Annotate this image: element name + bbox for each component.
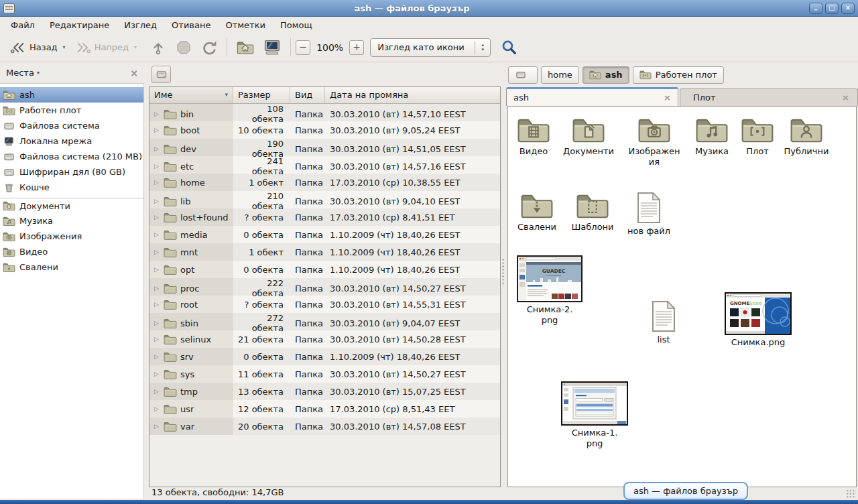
expander-icon[interactable]: ▷	[153, 163, 160, 170]
table-row[interactable]: ▷ srv 0 обекта Папка 1.10.2009 (чт) 18,4…	[149, 348, 500, 365]
file-item[interactable]: Публични	[778, 116, 835, 157]
places-item[interactable]: Видео	[0, 244, 143, 259]
search-button[interactable]	[499, 37, 519, 58]
expander-icon[interactable]: ▷	[153, 285, 160, 292]
file-item[interactable]: Документи	[560, 116, 617, 157]
menu-item[interactable]: Файл	[3, 18, 42, 32]
breadcrumb-button[interactable]: home	[541, 66, 579, 84]
table-row[interactable]: ▷ boot 10 обекта Папка 30.03.2010 (вт) 9…	[149, 121, 500, 139]
table-row[interactable]: ▷ var 20 обекта Папка 30.03.2010 (вт) 14…	[149, 418, 500, 435]
table-row[interactable]: ▷ home 1 обект Папка 17.03.2010 (ср) 10,…	[149, 174, 500, 191]
table-row[interactable]: ▷ sys 11 обекта Папка 30.03.2010 (вт) 14…	[149, 365, 500, 383]
file-item[interactable]: Шаблони	[564, 192, 621, 233]
tab-close-icon[interactable]: ×	[842, 92, 849, 103]
file-item[interactable]: list	[635, 300, 692, 345]
table-row[interactable]: ▷ opt 0 обекта Папка 1.10.2009 (чт) 18,4…	[149, 261, 500, 278]
table-row[interactable]: ▷ sbin 272 обекта Папка 30.03.2010 (вт) …	[149, 313, 500, 330]
zoom-out-button[interactable]: −	[296, 40, 310, 55]
breadcrumb-button[interactable]	[508, 66, 538, 84]
expander-icon[interactable]: ▷	[153, 423, 160, 430]
tab-plot[interactable]: Плот ×	[680, 88, 858, 106]
places-title[interactable]: Места	[6, 68, 34, 78]
expander-icon[interactable]: ▷	[153, 214, 160, 220]
places-item[interactable]: Файлова система	[0, 118, 143, 133]
places-item[interactable]: Документи	[0, 198, 143, 213]
tab-close-icon[interactable]: ×	[664, 92, 671, 103]
expander-icon[interactable]: ▷	[153, 127, 160, 133]
table-row[interactable]: ▷ root ? обекта Папка 30.03.2010 (вт) 14…	[149, 296, 500, 313]
forward-button[interactable]: Напред ▾	[70, 38, 142, 58]
places-item[interactable]: Музика	[0, 213, 143, 229]
column-header-name[interactable]: Име ▾	[149, 87, 233, 103]
column-header-type[interactable]: Вид	[290, 87, 325, 103]
table-row[interactable]: ▷ lib 210 обекта Папка 30.03.2010 (вт) 9…	[149, 191, 500, 208]
places-item[interactable]: Локална мрежа	[0, 133, 143, 149]
column-header-size[interactable]: Размер	[233, 87, 290, 103]
expander-icon[interactable]: ▷	[153, 336, 160, 342]
file-item[interactable]: нов файл	[620, 192, 678, 237]
tab-ash[interactable]: ash ×	[506, 87, 678, 106]
up-button[interactable]	[145, 37, 171, 58]
breadcrumb-button[interactable]: Работен плот	[633, 66, 724, 84]
resize-grip[interactable]	[846, 489, 856, 498]
stop-button[interactable]	[171, 37, 196, 58]
menu-item[interactable]: Помощ	[273, 18, 320, 32]
expander-icon[interactable]: ▷	[153, 198, 160, 204]
expander-icon[interactable]: ▷	[153, 353, 160, 360]
expander-icon[interactable]: ▷	[153, 388, 160, 395]
table-row[interactable]: ▷ dev 190 обекта Папка 30.03.2010 (вт) 1…	[149, 139, 500, 156]
computer-button[interactable]	[259, 37, 286, 58]
table-row[interactable]: ▷ usr 12 обекта Папка 17.03.2010 (ср) 8,…	[149, 400, 500, 418]
view-mode-select[interactable]: Изглед като икони ▴▾	[370, 38, 491, 57]
expander-icon[interactable]: ▷	[153, 371, 160, 377]
reload-button[interactable]	[196, 37, 222, 58]
table-row[interactable]: ▷ proc 222 обекта Папка 30.03.2010 (вт) …	[149, 278, 500, 296]
home-button[interactable]	[232, 38, 259, 58]
expander-icon[interactable]: ▷	[153, 266, 160, 273]
zoom-in-button[interactable]: +	[349, 40, 364, 55]
close-button[interactable]: ×	[841, 3, 855, 14]
maximize-button[interactable]: □	[825, 3, 839, 14]
menu-item[interactable]: Отиване	[164, 18, 218, 32]
menu-item[interactable]: Отметки	[218, 18, 272, 32]
places-item[interactable]: ash	[0, 87, 143, 103]
expander-icon[interactable]: ▷	[153, 320, 160, 326]
pane-splitter-handle[interactable]	[501, 258, 505, 286]
places-item[interactable]: Изображения	[0, 229, 143, 244]
places-item[interactable]: Кошче	[0, 180, 143, 195]
file-item[interactable]: Снимка-1. png	[560, 381, 629, 449]
places-close-button[interactable]: ×	[130, 68, 138, 78]
file-item[interactable]: Свалени	[508, 192, 566, 233]
breadcrumb-button[interactable]: ash	[583, 66, 629, 84]
places-item[interactable]: Свалени	[0, 259, 143, 275]
expander-icon[interactable]: ▷	[153, 249, 160, 255]
expander-icon[interactable]: ▷	[153, 405, 160, 412]
table-row[interactable]: ▷ etc 241 обекта Папка 30.03.2010 (вт) 1…	[149, 156, 500, 174]
file-item[interactable]: Снимка.png	[723, 292, 793, 348]
places-item[interactable]: Файлова система (210 MB)	[0, 149, 143, 164]
back-dropdown-icon[interactable]: ▾	[63, 44, 66, 50]
expander-icon[interactable]: ▷	[153, 231, 160, 238]
expander-icon[interactable]: ▷	[153, 145, 160, 152]
column-header-date[interactable]: Дата на промяна	[325, 87, 500, 103]
minimize-button[interactable]: –	[809, 3, 822, 14]
forward-dropdown-icon[interactable]: ▾	[134, 44, 137, 50]
menu-item[interactable]: Редактиране	[42, 18, 117, 32]
table-row[interactable]: ▷ selinux 21 обекта Папка 30.03.2010 (вт…	[149, 330, 500, 348]
table-row[interactable]: ▷ mnt 1 обект Папка 1.10.2009 (чт) 18,40…	[149, 243, 500, 261]
menu-item[interactable]: Изглед	[117, 18, 164, 32]
file-item[interactable]: Снимка-2. png	[515, 255, 585, 326]
root-location-button[interactable]	[151, 66, 171, 83]
back-button[interactable]: Назад ▾	[5, 38, 70, 58]
places-item[interactable]: Шифриран дял (80 GB)	[0, 164, 143, 180]
expander-icon[interactable]: ▷	[153, 111, 160, 117]
table-row[interactable]: ▷ tmp 13 обекта Папка 30.03.2010 (вт) 15…	[149, 383, 500, 400]
file-item[interactable]: Изображен ия	[625, 116, 683, 168]
places-item[interactable]: Работен плот	[0, 103, 143, 118]
expander-icon[interactable]: ▷	[153, 179, 160, 186]
table-row[interactable]: ▷ bin 108 обекта Папка 30.03.2010 (вт) 1…	[149, 104, 500, 121]
table-row[interactable]: ▷ media 0 обекта Папка 1.10.2009 (чт) 18…	[149, 226, 500, 243]
file-item[interactable]: Видео	[507, 116, 562, 157]
places-dropdown-icon[interactable]: ▾	[37, 70, 40, 76]
expander-icon[interactable]: ▷	[153, 301, 160, 308]
